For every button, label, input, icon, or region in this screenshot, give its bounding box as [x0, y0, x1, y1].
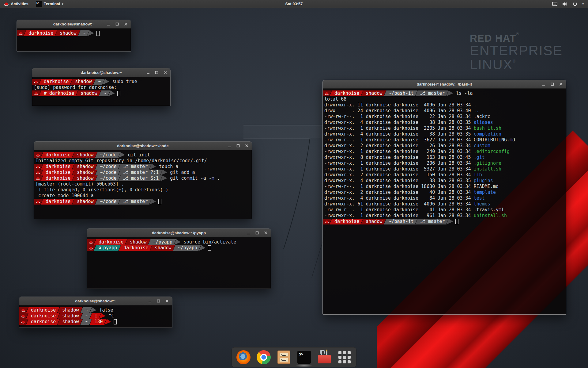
close-button[interactable] [559, 82, 563, 86]
plain-text: -rwxrwxr-x. 1 darknoise darknoise 5327 J… [324, 166, 474, 172]
terminal-cursor [455, 219, 458, 224]
terminal-line: drwxrwxr-x. 2 darknoise darknoise 150 Ja… [323, 172, 566, 178]
terminal-line: drwxrwxr-x. 11 darknoise darknoise 4096 … [323, 102, 566, 108]
terminal-window-3[interactable]: darknoise@shadow:~/pyappdarknoiseshadow~… [87, 228, 271, 289]
command-text: ^C [106, 313, 114, 319]
dock-item-chrome[interactable] [256, 350, 271, 365]
terminal-line: darknoiseshadow~/code⎇ master ?:1git add… [34, 170, 252, 175]
output-text: -rwxrwxr-x. 1 darknoise darknoise 240 Ja… [323, 149, 510, 155]
plain-text: drwxrwxr-x. 8 darknoise darknoise 163 Ja… [324, 155, 474, 160]
prompt-segment-git-branch: ⎇ master [118, 164, 152, 170]
executable-name: install.sh [474, 166, 501, 172]
terminal-line: create mode 100644 a [34, 193, 252, 199]
command-text: touch a [156, 164, 178, 170]
window-controls [541, 80, 563, 88]
clock[interactable]: Sat 03:57 [0, 2, 588, 6]
prompt-segment-path: ~/code [95, 175, 120, 181]
terminal-window-5[interactable]: darknoise@shadow:~/bash-itdarknoiseshado… [322, 80, 566, 315]
terminal-line: darknoiseshadow~1^C [19, 313, 172, 319]
close-button[interactable] [165, 299, 169, 303]
top-bar: Activities $> Terminal ▾ Sat 03:57 ▾ [0, 0, 588, 8]
chrome-icon [257, 350, 271, 364]
terminal-content[interactable]: darknoiseshadow~falsedarknoiseshadow~1^C… [19, 305, 172, 328]
plain-text: drwxrwxr-x. 61 darknoise darknoise 4096 … [324, 201, 474, 207]
terminal-line: darknoiseshadow~/code⎇ master S:1git com… [34, 175, 252, 181]
output-text: drwxrwxr-x. 4 darknoise darknoise 38 Jan… [323, 131, 501, 137]
prompt-segment-host: shadow [361, 90, 386, 96]
titlebar[interactable]: darknoise@shadow:~/pyapp [87, 229, 271, 237]
dock-item-files[interactable] [277, 350, 291, 365]
close-button[interactable] [163, 71, 167, 75]
prompt-segment-exit: 130 [90, 319, 107, 325]
terminal-icon: $> [297, 351, 311, 364]
directory-name: custom [474, 143, 490, 148]
terminal-line: -rw-rw-r--. 1 darknoise darknoise 41 Jan… [323, 207, 566, 213]
prompt-segment-git-branch: ⎇ master S:1 [118, 175, 163, 181]
minimize-button[interactable] [146, 71, 150, 75]
window-controls [246, 229, 268, 237]
maximize-button[interactable] [550, 82, 554, 86]
file-manager-icon [277, 351, 290, 364]
prompt-segment-host: shadow [361, 219, 386, 224]
terminal-window-0[interactable]: darknoise@shadow:~darknoiseshadow~ [17, 20, 131, 52]
terminal-window-2[interactable]: darknoise@shadow:~/codedarknoiseshadow~/… [34, 141, 252, 219]
minimize-button[interactable] [106, 22, 111, 26]
titlebar[interactable]: darknoise@shadow:~/code [34, 142, 252, 150]
maximize-button[interactable] [236, 144, 240, 148]
terminal-line: drwxrwxr-x. 2 darknoise darknoise 40 Jan… [323, 190, 566, 195]
desktop: RED HAT® ENTERPRISE LINUX® Activities $>… [0, 0, 588, 368]
logo-line-redhat: RED HAT® [470, 32, 563, 44]
output-text: drwxrwxr-x. 11 darknoise darknoise 4096 … [323, 102, 477, 108]
terminal-window-4[interactable]: darknoise@shadow:~darknoiseshadow~falsed… [19, 297, 172, 328]
app-grid-icon [338, 351, 351, 363]
minimize-button[interactable] [541, 82, 546, 86]
terminal-content[interactable]: darknoiseshadow~/codegit initInitialized… [34, 150, 252, 219]
executable-name: uninstall.sh [474, 213, 507, 218]
prompt-segment-path: ~/code [95, 170, 120, 175]
plain-text: [sudo] password for darknoise: [34, 85, 117, 90]
titlebar[interactable]: darknoise@shadow:~ [32, 68, 170, 77]
titlebar[interactable]: darknoise@shadow:~/bash-it [323, 80, 566, 89]
terminal-cursor [158, 199, 161, 204]
minimize-button[interactable] [148, 299, 152, 303]
terminal-line: darknoiseshadow~/code⎇ master [34, 199, 252, 205]
terminal-window-1[interactable]: darknoise@shadow:~darknoiseshadow~sudo t… [32, 68, 171, 106]
close-button[interactable] [123, 22, 128, 26]
terminal-content[interactable]: darknoiseshadow~ [17, 29, 131, 51]
maximize-button[interactable] [255, 231, 259, 235]
executable-name: bash_it.sh [474, 125, 501, 131]
dock-item-toolbox[interactable] [317, 350, 332, 365]
prompt-segment-user: darknoise [94, 239, 127, 245]
plain-text: drwx------. 24 darknoise darknoise 4096 … [324, 108, 474, 113]
window-title: darknoise@shadow:~/bash-it [417, 82, 472, 86]
output-text: drwxrwxr-x. 61 darknoise darknoise 4096 … [323, 201, 490, 207]
terminal-content[interactable]: darknoiseshadow~/pyappsource bin/activat… [87, 237, 271, 289]
prompt-segment-venv: pyapp [94, 245, 121, 251]
maximize-button[interactable] [156, 299, 160, 303]
terminal-line: darknoiseshadow~false [19, 307, 172, 313]
directory-name: template [474, 190, 496, 195]
minimize-button[interactable] [246, 231, 251, 235]
terminal-content[interactable]: darknoiseshadow~sudo true[sudo] password… [32, 77, 170, 106]
titlebar[interactable]: darknoise@shadow:~ [19, 297, 172, 305]
terminal-line: total 68 [323, 96, 566, 102]
dock-item-terminal[interactable]: $> [297, 350, 311, 365]
window-controls [106, 20, 128, 28]
prompt-segment-git-branch: ⎇ master [118, 199, 152, 205]
dock-item-firefox[interactable] [236, 350, 251, 365]
terminal-content[interactable]: darknoiseshadow~/bash-it⎇ masterls -lato… [323, 89, 566, 314]
minimize-button[interactable] [227, 144, 232, 148]
output-text: -rwxrwxr-x. 1 darknoise darknoise 2205 J… [323, 125, 501, 131]
terminal-line: -rwxrwxr-x. 1 darknoise darknoise 5327 J… [323, 166, 566, 172]
titlebar[interactable]: darknoise@shadow:~ [17, 20, 131, 29]
dock-item-app-grid[interactable] [337, 350, 352, 365]
maximize-button[interactable] [154, 71, 159, 75]
maximize-button[interactable] [115, 22, 119, 26]
firefox-icon [236, 350, 251, 364]
close-button[interactable] [244, 144, 249, 148]
output-text: total 68 [323, 96, 346, 102]
prompt-segment-user: darknoise [41, 175, 74, 181]
executable-name: .gitignore [474, 160, 501, 166]
prompt-segment-host: shadow [72, 152, 97, 158]
close-button[interactable] [263, 231, 268, 235]
